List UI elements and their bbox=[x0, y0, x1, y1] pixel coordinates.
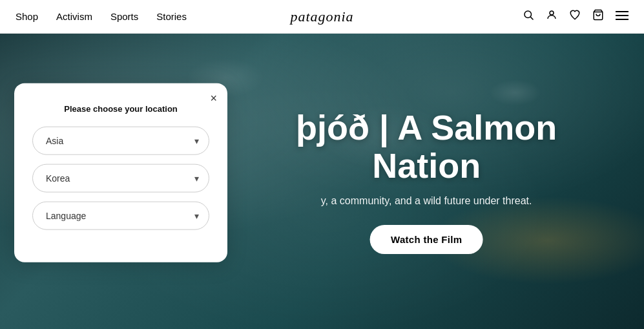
language-select[interactable]: Language English Korean Japanese Chinese… bbox=[32, 201, 209, 229]
modal-overlay: × Please choose your location Asia Europ… bbox=[0, 34, 644, 329]
wishlist-icon[interactable] bbox=[569, 9, 581, 24]
user-icon[interactable] bbox=[546, 9, 557, 24]
nav-stories-link[interactable]: Stories bbox=[156, 11, 187, 22]
navbar: Shop Activism Sports Stories patagonia bbox=[0, 0, 644, 34]
nav-left: Shop Activism Sports Stories bbox=[16, 11, 187, 22]
location-modal: × Please choose your location Asia Europ… bbox=[14, 83, 227, 262]
nav-logo[interactable]: patagonia bbox=[290, 8, 353, 25]
svg-point-0 bbox=[525, 11, 532, 18]
nav-right bbox=[523, 9, 628, 24]
country-select[interactable]: Korea Japan China India Thailand Vietnam bbox=[32, 164, 209, 192]
nav-activism-link[interactable]: Activism bbox=[56, 11, 92, 22]
nav-shop-link[interactable]: Shop bbox=[16, 11, 38, 22]
region-select[interactable]: Asia Europe North America South America … bbox=[32, 126, 209, 154]
region-dropdown-wrapper: Asia Europe North America South America … bbox=[32, 126, 209, 154]
nav-sports-link[interactable]: Sports bbox=[110, 11, 138, 22]
menu-icon[interactable] bbox=[616, 10, 628, 23]
svg-point-2 bbox=[550, 11, 554, 15]
language-dropdown-wrapper: Language English Korean Japanese Chinese… bbox=[32, 201, 209, 229]
country-dropdown-wrapper: Korea Japan China India Thailand Vietnam… bbox=[32, 164, 209, 192]
modal-close-button[interactable]: × bbox=[210, 92, 217, 103]
cart-icon[interactable] bbox=[592, 9, 604, 24]
search-icon[interactable] bbox=[523, 9, 534, 24]
svg-line-1 bbox=[530, 17, 533, 19]
modal-title: Please choose your location bbox=[32, 103, 209, 113]
